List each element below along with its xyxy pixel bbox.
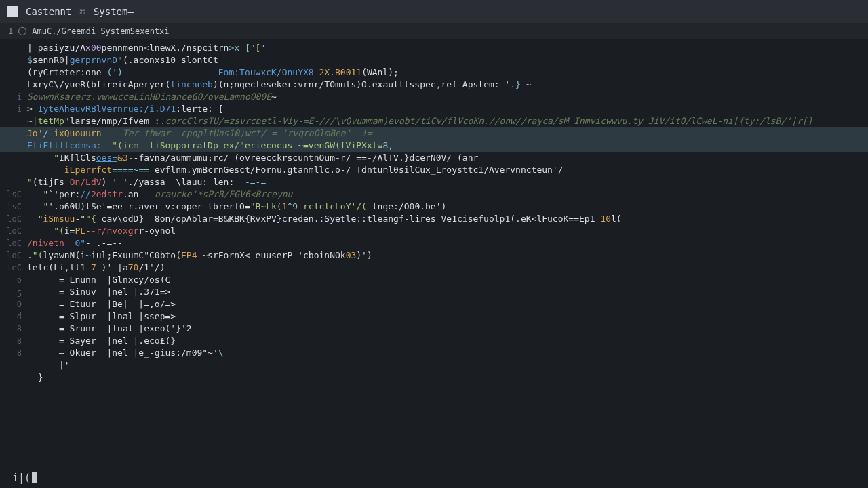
code-line[interactable]: 8 = Sayer |nel |.eco£(} [0,335,868,347]
code-line[interactable]: $sennR0|gerprnvnD"(.aconxs10 slontCt [0,54,868,66]
code-line[interactable]: iLperrfct====~== evflnm.ymBcrnGesct/Forn… [0,164,868,176]
code-content[interactable]: } [27,371,868,384]
code-line[interactable]: LxryC\/yueR(bfireicAperyer(lincnneb)(n;n… [0,79,868,91]
code-line[interactable]: loC/nivetn 0"- .-=-- [0,237,868,249]
code-line[interactable]: |' [0,359,868,371]
title-separator: ⌘ [79,6,85,17]
gutter: loC [0,225,27,237]
gutter [0,115,27,127]
code-line[interactable]: o = Lnunn |Glnxcy/os(C [0,274,868,286]
code-line[interactable]: lsC "`'per://2edstr.an oraucke'*sPrB/EGV… [0,188,868,201]
code-content[interactable]: $sennR0|gerprnvnD"(.aconxs10 slontCt [27,54,868,66]
code-content[interactable]: |' [27,359,868,371]
code-content[interactable]: SowwnKsarerz.vwwucceLinHDinanceGO/oveLam… [27,91,868,103]
code-line[interactable]: EliEllftcdmsa: "(icm tiSopporratDp-ex/"e… [0,140,868,152]
gutter: loC [0,237,27,249]
gutter: loC [0,213,27,225]
code-content[interactable]: EliEllftcdmsa: "(icm tiSopporratDp-ex/"e… [27,140,868,152]
gutter: i [0,91,27,103]
code-content[interactable]: = Etuur |Be| |=,o/=> [27,298,868,310]
code-line[interactable]: i> IyteAheuvRBlVernrue:/i.D71:lerte: [ [0,103,868,115]
code-content[interactable]: "IK[lClsoes=&3--favna/aummumu;rc/ (ovree… [27,152,868,164]
editor-viewport[interactable]: | pasiyzu/Ax00pennmenn<lnewX./nspcitrn>x… [0,39,868,468]
code-line[interactable]: 8 = Srunr |lnal |exeo('}'2 [0,323,868,335]
gutter: i [0,103,27,115]
code-line[interactable]: O = Etuur |Be| |=,o/=> [0,298,868,310]
code-content[interactable]: "(tijFs On/LdV) ' './yassa \lauu: len: -… [27,176,868,188]
code-line[interactable]: 8 — Okuer |nel |e_-gius:/m09"~'\ [0,347,868,359]
gutter [0,54,27,66]
code-content[interactable]: > IyteAheuvRBlVernrue:/i.D71:lerte: [ [27,103,868,115]
code-content[interactable]: = Sayer |nel |.eco£(} [27,335,868,347]
gutter: o [0,274,27,286]
status-left: i|( [12,472,31,484]
gutter: lsC [0,201,27,213]
code-content[interactable]: = Sinuv |nel |.371=> [27,286,868,298]
code-content[interactable]: Jo'/ ixQuouurn Ter-thwar cpopltUns10)wct… [27,127,868,140]
code-content[interactable]: = Slpur |lnal |ssep=> [27,310,868,323]
tabbar: 1 AmuC./Greemdi SystemSexentxi [0,23,868,39]
gutter [0,371,27,384]
code-content[interactable]: "(i=PL--r/nvoxgrr-oynol [27,225,868,237]
tab-label[interactable]: AmuC./Greemdi SystemSexentxi [32,26,169,36]
title-right: System— [94,6,134,17]
code-line[interactable]: "(tijFs On/LdV) ' './yassa \lauu: len: -… [0,176,868,188]
code-content[interactable]: ."(lyawnN(i~iul;ExuumC"C0bto(EP4 ~srForn… [27,249,868,262]
reload-icon[interactable] [18,27,26,35]
code-line[interactable]: d = Slpur |lnal |ssep=> [0,310,868,323]
gutter [0,140,27,152]
code-content[interactable]: "`'per://2edstr.an oraucke'*sPrB/EGV6<Br… [27,188,868,201]
code-line[interactable]: leClelc(Li,ll1 7 )' |a70/1'/) [0,262,868,274]
code-content[interactable]: | pasiyzu/Ax00pennmenn<lnewX./nspcitrn>x… [27,42,868,54]
gutter [0,152,27,164]
gutter [0,176,27,188]
app-icon [7,6,18,17]
gutter: d [0,310,27,323]
gutter [0,66,27,79]
code-content[interactable]: "'.o60U)tSe'=ee r.aver-v:coper lbrerfO="… [27,201,868,213]
code-content[interactable]: = Lnunn |Glnxcy/os(C [27,274,868,286]
gutter [0,359,27,371]
code-line[interactable]: loC."(lyawnN(i~iul;ExuumC"C0bto(EP4 ~srF… [0,249,868,262]
code-line[interactable]: (ryCrteter:one (') Eom:TouwxcK/OnuYX8 2X… [0,66,868,79]
gutter: leC [0,262,27,274]
gutter: ƽ [0,286,27,298]
code-line[interactable]: "IK[lClsoes=&3--favna/aummumu;rc/ (ovree… [0,152,868,164]
code-line[interactable]: iSowwnKsarerz.vwwucceLinHDinanceGO/oveLa… [0,91,868,103]
gutter [0,42,27,54]
tab-number: 1 [8,26,13,36]
code-line[interactable]: } [0,371,868,384]
code-content[interactable]: LxryC\/yueR(bfireicAperyer(lincnneb)(n;n… [27,79,868,91]
code-line[interactable]: loC "(i=PL--r/nvoxgrr-oynol [0,225,868,237]
title-left: Castennt [26,6,71,17]
code-content[interactable]: = Srunr |lnal |exeo('}'2 [27,323,868,335]
code-line[interactable]: lsC "'.o60U)tSe'=ee r.aver-v:coper lbrer… [0,201,868,213]
code-line[interactable]: ƽ = Sinuv |nel |.371=> [0,286,868,298]
gutter: 8 [0,335,27,347]
code-content[interactable]: lelc(Li,ll1 7 )' |a70/1'/) [27,262,868,274]
code-content[interactable]: — Okuer |nel |e_-gius:/m09"~'\ [27,347,868,359]
gutter: 8 [0,347,27,359]
gutter: O [0,298,27,310]
code-content[interactable]: iLperrfct====~== evflnm.ymBcrnGesct/Forn… [27,164,868,176]
code-line[interactable]: Jo'/ ixQuouurn Ter-thwar cpopltUns10)wct… [0,127,868,140]
code-line[interactable]: | pasiyzu/Ax00pennmenn<lnewX./nspcitrn>x… [0,42,868,54]
code-line[interactable]: loC "iSmsuu-""{ cav\odD} 8on/opAblar=B&K… [0,213,868,225]
gutter: loC [0,249,27,262]
code-content[interactable]: ~|tetMp"larse/nmp/Ifvem :.corcClrsTU/=zs… [27,115,868,127]
code-content[interactable]: /nivetn 0"- .-=-- [27,237,868,249]
gutter [0,79,27,91]
code-content[interactable]: (ryCrteter:one (') Eom:TouwxcK/OnuYX8 2X… [27,66,868,79]
code-line[interactable]: ~|tetMp"larse/nmp/Ifvem :.corcClrsTU/=zs… [0,115,868,127]
gutter: lsC [0,188,27,201]
code-content[interactable]: "iSmsuu-""{ cav\odD} 8on/opAblar=B&KBK{R… [27,213,868,225]
titlebar: Castennt ⌘ System— [0,0,868,23]
gutter [0,127,27,140]
gutter: 8 [0,323,27,335]
gutter [0,164,27,176]
statusbar: i|( [0,468,868,488]
cursor-block [32,472,37,483]
